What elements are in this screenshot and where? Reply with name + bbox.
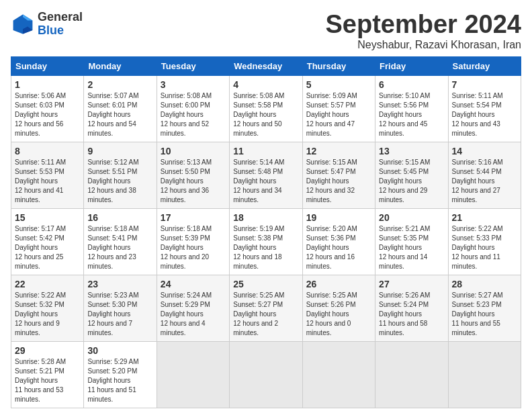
day-info: Sunrise: 5:22 AM Sunset: 5:32 PM Dayligh… xyxy=(15,291,80,338)
header-cell-friday: Friday xyxy=(375,56,448,75)
day-cell: 28 Sunrise: 5:27 AM Sunset: 5:23 PM Dayl… xyxy=(448,275,521,341)
page-header: General Blue September 2024 Neyshabur, R… xyxy=(11,11,521,51)
day-cell: 29 Sunrise: 5:28 AM Sunset: 5:21 PM Dayl… xyxy=(11,341,84,408)
header-cell-wednesday: Wednesday xyxy=(230,56,302,75)
day-info: Sunrise: 5:20 AM Sunset: 5:36 PM Dayligh… xyxy=(306,224,371,271)
day-info: Sunrise: 5:28 AM Sunset: 5:21 PM Dayligh… xyxy=(15,357,80,404)
day-cell: 27 Sunrise: 5:26 AM Sunset: 5:24 PM Dayl… xyxy=(375,275,448,341)
day-cell: 13 Sunrise: 5:15 AM Sunset: 5:45 PM Dayl… xyxy=(375,142,448,208)
day-number: 9 xyxy=(87,146,152,156)
day-cell: 6 Sunrise: 5:10 AM Sunset: 5:56 PM Dayli… xyxy=(375,75,448,142)
day-number: 6 xyxy=(379,79,444,90)
week-row-2: 8 Sunrise: 5:11 AM Sunset: 5:53 PM Dayli… xyxy=(11,142,521,208)
header-cell-thursday: Thursday xyxy=(302,56,375,75)
logo-icon xyxy=(11,12,35,36)
day-number: 20 xyxy=(379,212,444,223)
week-row-5: 29 Sunrise: 5:28 AM Sunset: 5:21 PM Dayl… xyxy=(11,341,521,408)
week-row-3: 15 Sunrise: 5:17 AM Sunset: 5:42 PM Dayl… xyxy=(11,208,521,275)
day-info: Sunrise: 5:07 AM Sunset: 6:01 PM Dayligh… xyxy=(87,91,152,138)
day-number: 29 xyxy=(15,345,80,356)
logo-general-text: General xyxy=(38,11,83,24)
day-info: Sunrise: 5:22 AM Sunset: 5:33 PM Dayligh… xyxy=(452,224,517,271)
month-title: September 2024 xyxy=(326,11,522,39)
header-cell-sunday: Sunday xyxy=(11,56,84,75)
day-cell: 25 Sunrise: 5:25 AM Sunset: 5:27 PM Dayl… xyxy=(230,275,302,341)
week-row-1: 1 Sunrise: 5:06 AM Sunset: 6:03 PM Dayli… xyxy=(11,75,521,142)
day-number: 25 xyxy=(233,279,298,289)
day-info: Sunrise: 5:11 AM Sunset: 5:54 PM Dayligh… xyxy=(452,91,517,138)
day-number: 21 xyxy=(452,212,517,223)
day-info: Sunrise: 5:25 AM Sunset: 5:27 PM Dayligh… xyxy=(233,291,298,338)
header-cell-tuesday: Tuesday xyxy=(157,56,229,75)
day-info: Sunrise: 5:29 AM Sunset: 5:20 PM Dayligh… xyxy=(87,357,152,404)
day-info: Sunrise: 5:11 AM Sunset: 5:53 PM Dayligh… xyxy=(15,158,80,205)
day-cell: 22 Sunrise: 5:22 AM Sunset: 5:32 PM Dayl… xyxy=(11,275,84,341)
location-title: Neyshabur, Razavi Khorasan, Iran xyxy=(326,39,522,51)
day-cell: 3 Sunrise: 5:08 AM Sunset: 6:00 PM Dayli… xyxy=(157,75,229,142)
header-cell-monday: Monday xyxy=(84,56,157,75)
day-number: 22 xyxy=(15,279,80,289)
day-number: 24 xyxy=(161,279,226,289)
day-info: Sunrise: 5:08 AM Sunset: 6:00 PM Dayligh… xyxy=(161,91,226,138)
day-number: 12 xyxy=(306,146,371,156)
day-info: Sunrise: 5:15 AM Sunset: 5:45 PM Dayligh… xyxy=(379,158,444,205)
day-number: 8 xyxy=(15,146,80,156)
day-info: Sunrise: 5:06 AM Sunset: 6:03 PM Dayligh… xyxy=(15,91,80,138)
day-cell: 15 Sunrise: 5:17 AM Sunset: 5:42 PM Dayl… xyxy=(11,208,84,275)
day-number: 7 xyxy=(452,79,517,90)
day-info: Sunrise: 5:09 AM Sunset: 5:57 PM Dayligh… xyxy=(306,91,371,138)
logo: General Blue xyxy=(11,11,83,38)
day-info: Sunrise: 5:17 AM Sunset: 5:42 PM Dayligh… xyxy=(15,224,80,271)
day-number: 5 xyxy=(306,79,371,90)
day-number: 18 xyxy=(233,212,298,223)
day-number: 11 xyxy=(233,146,298,156)
day-cell: 4 Sunrise: 5:08 AM Sunset: 5:58 PM Dayli… xyxy=(230,75,302,142)
day-number: 15 xyxy=(15,212,80,223)
title-area: September 2024 Neyshabur, Razavi Khorasa… xyxy=(326,11,522,51)
day-cell: 19 Sunrise: 5:20 AM Sunset: 5:36 PM Dayl… xyxy=(302,208,375,275)
logo-text: General Blue xyxy=(38,11,83,38)
day-number: 2 xyxy=(87,79,152,90)
day-number: 26 xyxy=(306,279,371,289)
day-cell: 9 Sunrise: 5:12 AM Sunset: 5:51 PM Dayli… xyxy=(84,142,157,208)
day-cell: 1 Sunrise: 5:06 AM Sunset: 6:03 PM Dayli… xyxy=(11,75,84,142)
day-cell: 26 Sunrise: 5:25 AM Sunset: 5:26 PM Dayl… xyxy=(302,275,375,341)
day-number: 17 xyxy=(161,212,226,223)
day-cell: 5 Sunrise: 5:09 AM Sunset: 5:57 PM Dayli… xyxy=(302,75,375,142)
day-number: 30 xyxy=(87,345,152,356)
day-number: 10 xyxy=(161,146,226,156)
day-number: 1 xyxy=(15,79,80,90)
day-cell xyxy=(448,341,521,408)
day-info: Sunrise: 5:10 AM Sunset: 5:56 PM Dayligh… xyxy=(379,91,444,138)
day-cell: 18 Sunrise: 5:19 AM Sunset: 5:38 PM Dayl… xyxy=(230,208,302,275)
day-number: 16 xyxy=(87,212,152,223)
day-number: 28 xyxy=(452,279,517,289)
day-number: 27 xyxy=(379,279,444,289)
day-cell: 12 Sunrise: 5:15 AM Sunset: 5:47 PM Dayl… xyxy=(302,142,375,208)
day-info: Sunrise: 5:25 AM Sunset: 5:26 PM Dayligh… xyxy=(306,291,371,338)
day-info: Sunrise: 5:19 AM Sunset: 5:38 PM Dayligh… xyxy=(233,224,298,271)
day-info: Sunrise: 5:23 AM Sunset: 5:30 PM Dayligh… xyxy=(87,291,152,338)
day-info: Sunrise: 5:24 AM Sunset: 5:29 PM Dayligh… xyxy=(161,291,226,338)
day-cell: 8 Sunrise: 5:11 AM Sunset: 5:53 PM Dayli… xyxy=(11,142,84,208)
day-number: 3 xyxy=(161,79,226,90)
day-info: Sunrise: 5:13 AM Sunset: 5:50 PM Dayligh… xyxy=(161,158,226,205)
day-info: Sunrise: 5:12 AM Sunset: 5:51 PM Dayligh… xyxy=(87,158,152,205)
day-number: 19 xyxy=(306,212,371,223)
header-cell-saturday: Saturday xyxy=(448,56,521,75)
day-number: 13 xyxy=(379,146,444,156)
day-cell: 14 Sunrise: 5:16 AM Sunset: 5:44 PM Dayl… xyxy=(448,142,521,208)
week-row-4: 22 Sunrise: 5:22 AM Sunset: 5:32 PM Dayl… xyxy=(11,275,521,341)
day-info: Sunrise: 5:27 AM Sunset: 5:23 PM Dayligh… xyxy=(452,291,517,338)
logo-blue-text: Blue xyxy=(38,24,83,38)
day-info: Sunrise: 5:18 AM Sunset: 5:41 PM Dayligh… xyxy=(87,224,152,271)
day-cell: 7 Sunrise: 5:11 AM Sunset: 5:54 PM Dayli… xyxy=(448,75,521,142)
day-info: Sunrise: 5:18 AM Sunset: 5:39 PM Dayligh… xyxy=(161,224,226,271)
day-info: Sunrise: 5:26 AM Sunset: 5:24 PM Dayligh… xyxy=(379,291,444,338)
calendar-table: SundayMondayTuesdayWednesdayThursdayFrid… xyxy=(11,56,521,408)
day-cell: 2 Sunrise: 5:07 AM Sunset: 6:01 PM Dayli… xyxy=(84,75,157,142)
day-info: Sunrise: 5:08 AM Sunset: 5:58 PM Dayligh… xyxy=(233,91,298,138)
day-info: Sunrise: 5:21 AM Sunset: 5:35 PM Dayligh… xyxy=(379,224,444,271)
day-cell xyxy=(230,341,302,408)
day-cell: 21 Sunrise: 5:22 AM Sunset: 5:33 PM Dayl… xyxy=(448,208,521,275)
